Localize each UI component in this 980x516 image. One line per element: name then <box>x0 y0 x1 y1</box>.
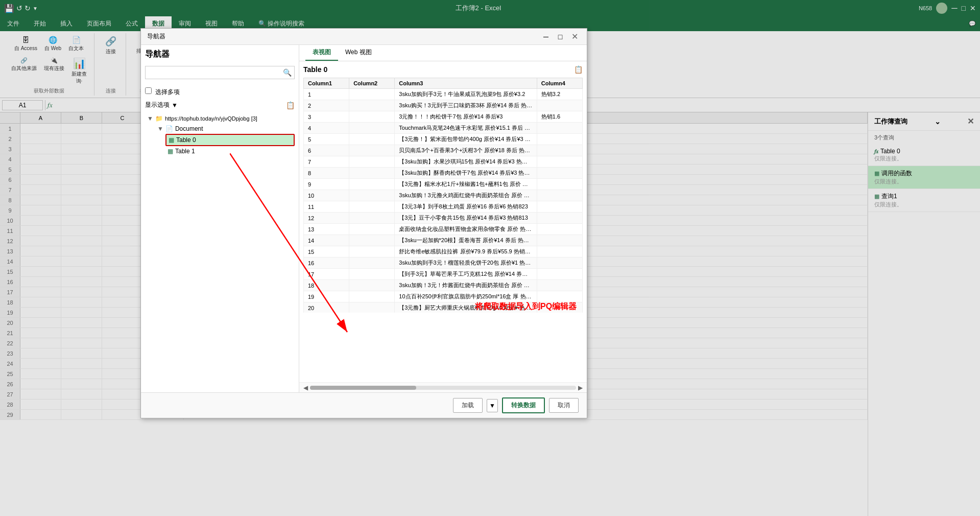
search-icon: 🔍 <box>283 68 292 77</box>
table-cell: 3 <box>304 111 349 123</box>
nav-search-input[interactable] <box>145 66 295 79</box>
transform-data-btn[interactable]: 转换数据 <box>502 397 545 413</box>
table-cell: 【3元撸】糯米水杞1斤+辣椒酱1包+蘸料1包 原价 热销1.1 <box>395 179 537 190</box>
table-cell <box>349 100 395 111</box>
list-item: 1910点百补250伊利官旗店脂肪牛奶250ml*16盒 厚 热销370 <box>304 291 583 302</box>
col-header-col4: Column4 <box>537 78 582 89</box>
table-cell <box>349 168 395 179</box>
table-cell <box>537 156 582 168</box>
list-item: 33元撸！！！肉松饼干7包 原价¥14 券后¥3热销1.6 <box>304 111 583 123</box>
add-dropdown-btn[interactable]: ▼ <box>487 399 498 412</box>
table-cell: 【3sku加购】酥香肉松饼干7包 原价¥14 券后¥3 热销1.2 <box>395 168 537 179</box>
table-cell: 10点百补250伊利官旗店脂肪牛奶250ml*16盒 厚 热销370 <box>395 291 537 302</box>
table-cell: 3sku购买！3元到手三口味奶茶3杯 原价¥14 券后 热销3.0 <box>395 100 537 111</box>
table-cell: 10 <box>304 190 349 201</box>
table1-label: Table 1 <box>175 148 195 155</box>
table-cell: 20 <box>304 302 349 313</box>
multi-select-checkbox[interactable] <box>145 87 152 94</box>
nav-tree-children: ▼ 📄 Document ▦ Table 0 ▦ Table 1 <box>145 124 295 156</box>
table1-icon: ▦ <box>168 148 173 155</box>
list-item: 11【3元3单】到手8枚土鸡蛋 原价¥16 券后¥6 热销823 <box>304 201 583 213</box>
display-options[interactable]: 显示选项 ▼ 📋 <box>145 101 295 109</box>
table-preview: Table 0 📋 Column1 Column2 Column3 Column… <box>299 61 587 382</box>
table-cell: 【3元3单】到手8枚土鸡蛋 原价¥16 券后¥6 热销823 <box>395 201 537 213</box>
nav-tree-table0[interactable]: ▦ Table 0 <box>165 134 295 146</box>
col-header-col1: Column1 <box>304 78 349 89</box>
scroll-right-btn[interactable]: ▶ <box>578 384 583 391</box>
table-cell <box>349 111 395 123</box>
col-header-col2: Column2 <box>349 78 395 89</box>
table-cell <box>537 134 582 145</box>
table-cell: 18 <box>304 280 349 291</box>
dialog-close-btn[interactable]: ✕ <box>568 31 581 43</box>
copy-icon[interactable]: 📋 <box>574 65 583 74</box>
table-cell <box>537 269 582 280</box>
table-cell <box>537 168 582 179</box>
table0-label: Table 0 <box>176 136 196 144</box>
list-item: 183sku加购！3元！炸酱面红烧牛肉面奶茶组合 原价 热销377 <box>304 280 583 291</box>
nav-tree-table1[interactable]: ▦ Table 1 <box>165 146 295 156</box>
list-item: 23sku购买！3元到手三口味奶茶3杯 原价¥14 券后 热销3.0 <box>304 100 583 111</box>
nav-options: 选择多项 <box>145 87 295 97</box>
list-item: 163sku加购到手3元！榴莲轻质化饼干20包 原价¥1 热销516 <box>304 257 583 269</box>
display-options-label: 显示选项 <box>145 101 170 109</box>
preview-scroll[interactable]: Column1 Column2 Column3 Column4 13sku加购到… <box>303 78 583 313</box>
table-cell <box>537 100 582 111</box>
table-cell <box>537 224 582 235</box>
doc-icon: 📄 <box>165 125 173 132</box>
table-cell <box>349 302 395 313</box>
table-cell <box>537 179 582 190</box>
list-item: 17【到手3元】草莓芒果手工巧克糕12包 原价¥14 券后 热销382 <box>304 269 583 280</box>
table-cell: 13 <box>304 224 349 235</box>
nav-tree-document[interactable]: ▼ 📄 Document <box>155 124 295 134</box>
table-cell: 1 <box>304 89 349 100</box>
dialog-title-bar: 导航器 ─ □ ✕ <box>141 29 587 45</box>
table-cell <box>537 246 582 257</box>
tree-expand-icon: ▼ <box>147 115 153 122</box>
col-header-col3: Column3 <box>395 78 537 89</box>
dialog-max-btn[interactable]: □ <box>554 31 566 43</box>
table-cell: 8 <box>304 168 349 179</box>
scroll-left-btn[interactable]: ◀ <box>303 384 308 391</box>
table-cell: 【3sku加购】水果沙琪玛15包 原价¥14 券后¥3 热销1.3 <box>395 156 537 168</box>
table-cell <box>537 123 582 134</box>
tab-web-view[interactable]: Web 视图 <box>338 45 379 61</box>
table-cell <box>537 257 582 269</box>
table-cell: 17 <box>304 269 349 280</box>
table-cell: 5 <box>304 134 349 145</box>
navigator-dialog: 导航器 ─ □ ✕ 导航器 🔍 选择多项 <box>140 28 587 418</box>
table-cell: 14 <box>304 235 349 246</box>
table-cell: 热销3.2 <box>537 89 582 100</box>
document-label: Document <box>175 125 203 132</box>
multi-select-label[interactable]: 选择多项 <box>145 87 180 97</box>
add-btn[interactable]: 加载 <box>453 398 483 413</box>
table-cell <box>349 257 395 269</box>
list-item: 20【3元撸】厨艺大师重庆火锅底料共50gx4 原价¥ 热销344 <box>304 302 583 313</box>
table-cell: 16 <box>304 257 349 269</box>
dialog-min-btn[interactable]: ─ <box>540 31 552 43</box>
table-cell <box>349 123 395 134</box>
nav-tree-url[interactable]: ▼ 📁 https://tophub.today/n/yjvQDpjobg [3… <box>145 113 295 124</box>
table-cell <box>349 269 395 280</box>
nav-right-panel: 表视图 Web 视图 Table 0 📋 Column1 <box>299 45 587 392</box>
h-scrollbar[interactable] <box>310 386 576 390</box>
scroll-bar-area[interactable]: ◀ ▶ <box>299 382 587 392</box>
table-cell: 贝贝南瓜3个+百香果3个+沃柑3个 原价¥18 券后 热销1.5 <box>395 145 537 156</box>
nav-left-panel: 导航器 🔍 选择多项 显示选项 ▼ 📋 <box>141 45 299 392</box>
dialog-footer: 加载 ▼ 转换数据 取消 <box>141 392 587 418</box>
dialog-overlay: 导航器 ─ □ ✕ 导航器 🔍 选择多项 <box>0 0 980 516</box>
tab-table-view[interactable]: 表视图 <box>305 45 338 61</box>
table-cell <box>537 280 582 291</box>
table-cell: 【到手3元】草莓芒果手工巧克糕12包 原价¥14 券后 热销382 <box>395 269 537 280</box>
table-cell: 3sku加购到手3元！牛油果咸豆乳泡菜9包 原价¥3.2 <box>395 89 537 100</box>
table-cell <box>349 89 395 100</box>
preview-table: Column1 Column2 Column3 Column4 13sku加购到… <box>303 78 583 313</box>
table-cell: 15 <box>304 246 349 257</box>
cancel-btn[interactable]: 取消 <box>549 398 579 413</box>
table-cell <box>349 280 395 291</box>
table-cell <box>349 156 395 168</box>
nav-search-wrap: 🔍 <box>145 66 295 83</box>
preview-title-text: Table 0 <box>303 65 327 74</box>
nav-tree-tables: ▦ Table 0 ▦ Table 1 <box>155 134 295 156</box>
table0-icon: ▦ <box>169 136 174 144</box>
